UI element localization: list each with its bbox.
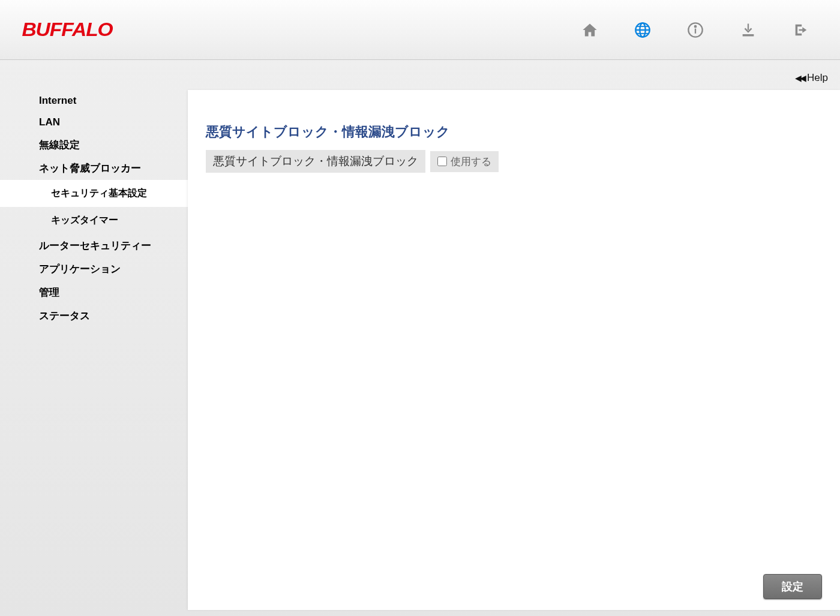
brand-logo: BUFFALO bbox=[22, 19, 112, 41]
sidebar-item-admin[interactable]: 管理 bbox=[0, 281, 188, 304]
logout-icon[interactable] bbox=[792, 21, 810, 39]
help-label: Help bbox=[807, 72, 828, 84]
checkbox-label: 使用する bbox=[451, 155, 491, 169]
setting-label: 悪質サイトブロック・情報漏洩ブロック bbox=[206, 150, 425, 173]
sidebar-item-lan[interactable]: LAN bbox=[0, 112, 188, 133]
main-container: Internet LAN 無線設定 ネット脅威ブロッカー セキュリティ基本設定 … bbox=[0, 90, 840, 610]
use-checkbox[interactable] bbox=[437, 157, 447, 166]
download-icon[interactable] bbox=[739, 21, 757, 39]
section-title: 悪質サイトブロック・情報漏洩ブロック bbox=[206, 123, 822, 141]
home-icon[interactable] bbox=[581, 21, 599, 39]
sidebar-item-wireless[interactable]: 無線設定 bbox=[0, 133, 188, 157]
header-icons bbox=[581, 21, 816, 39]
svg-point-5 bbox=[695, 26, 696, 27]
chevron-left-icon: ◀◀ bbox=[795, 73, 805, 83]
setting-value: 使用する bbox=[430, 151, 499, 172]
content-panel: 悪質サイトブロック・情報漏洩ブロック 悪質サイトブロック・情報漏洩ブロック 使用… bbox=[188, 90, 840, 610]
sidebar-subitem-security-basic[interactable]: セキュリティ基本設定 bbox=[0, 180, 188, 207]
sidebar-item-router-security[interactable]: ルーターセキュリティー bbox=[0, 234, 188, 257]
setting-row: 悪質サイトブロック・情報漏洩ブロック 使用する bbox=[206, 150, 822, 173]
info-icon[interactable] bbox=[686, 21, 704, 39]
footer-button-area: 設定 bbox=[763, 574, 822, 599]
help-bar[interactable]: ◀◀ Help bbox=[0, 60, 840, 90]
sidebar: Internet LAN 無線設定 ネット脅威ブロッカー セキュリティ基本設定 … bbox=[0, 90, 188, 610]
sidebar-subitem-kids-timer[interactable]: キッズタイマー bbox=[0, 207, 188, 234]
globe-icon[interactable] bbox=[634, 21, 652, 39]
sidebar-item-internet[interactable]: Internet bbox=[0, 90, 188, 112]
sidebar-item-application[interactable]: アプリケーション bbox=[0, 257, 188, 281]
settings-button[interactable]: 設定 bbox=[763, 574, 822, 599]
sidebar-item-status[interactable]: ステータス bbox=[0, 304, 188, 327]
header: BUFFALO bbox=[0, 0, 840, 60]
sidebar-item-threat-blocker[interactable]: ネット脅威ブロッカー bbox=[0, 157, 188, 180]
